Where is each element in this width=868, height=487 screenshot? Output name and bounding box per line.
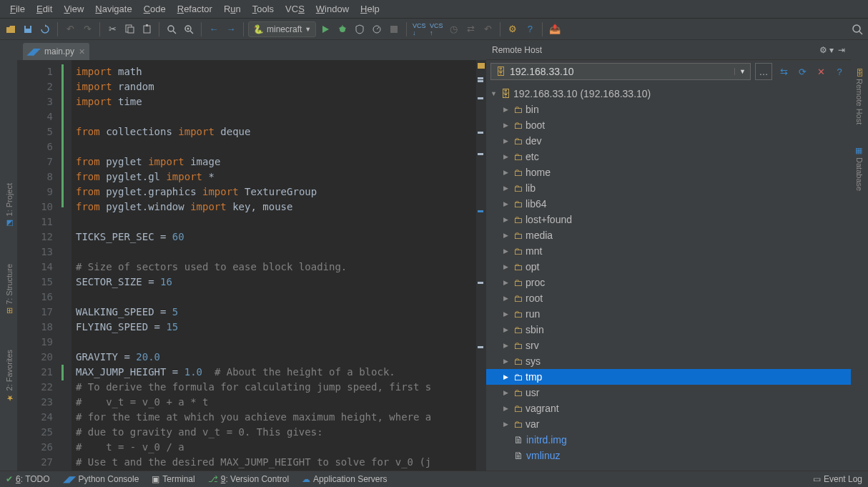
paste-icon[interactable] (139, 21, 154, 37)
tree-folder-opt[interactable]: ▶🗀opt (486, 259, 851, 275)
menu-run[interactable]: Run (218, 1, 247, 16)
app-servers-tool[interactable]: ☁ Application Servers (302, 474, 387, 484)
todo-tool[interactable]: ✔ 6: TODO (6, 474, 50, 484)
expander-icon[interactable]: ▶ (503, 358, 511, 365)
expander-icon[interactable]: ▶ (503, 342, 511, 349)
code-line[interactable] (76, 335, 486, 350)
debug-icon[interactable] (335, 21, 350, 37)
remote-help-icon[interactable]: ? (832, 64, 847, 79)
hide-icon[interactable]: ⇥ (838, 45, 845, 55)
python-console-tool[interactable]: ◢◤ Python Console (63, 474, 139, 484)
expander-icon[interactable]: ▶ (503, 122, 511, 129)
favorites-tool[interactable]: ★ 2: Favorites (4, 350, 14, 403)
tree-folder-etc[interactable]: ▶🗀etc (486, 149, 851, 164)
vcs-history-icon[interactable]: ◷ (445, 21, 461, 37)
disconnect-icon[interactable]: ✕ (814, 64, 828, 79)
expander-icon[interactable]: ▶ (503, 200, 511, 207)
code-line[interactable]: # v_t = v_0 + a * t (76, 395, 486, 410)
code-line[interactable]: GRAVITY = 20.0 (76, 350, 486, 365)
expander-icon[interactable]: ▶ (503, 153, 511, 160)
expander-icon[interactable]: ▶ (503, 295, 511, 302)
menu-help[interactable]: Help (355, 1, 385, 16)
code-line[interactable] (76, 109, 486, 124)
code-line[interactable]: # t = - v_0 / a (76, 440, 486, 455)
tree-folder-mnt[interactable]: ▶🗀mnt (486, 243, 851, 259)
help-icon[interactable]: ? (522, 21, 538, 37)
code-line[interactable]: from pyglet.gl import * (76, 169, 486, 185)
close-tab-icon[interactable]: ✕ (79, 47, 85, 56)
code-line[interactable] (76, 215, 486, 230)
code-line[interactable]: # Size of sectors used to ease block loa… (76, 260, 486, 275)
menu-navigate[interactable]: Navigate (89, 1, 137, 16)
tree-folder-bin[interactable]: ▶🗀bin (486, 102, 851, 117)
expander-icon[interactable]: ▶ (503, 106, 511, 113)
code-line[interactable] (76, 245, 486, 260)
search-everywhere-icon[interactable] (849, 21, 865, 37)
project-tool[interactable]: ◪ 1: Project (4, 183, 14, 228)
tree-folder-sys[interactable]: ▶🗀sys (486, 353, 851, 369)
menu-tools[interactable]: Tools (247, 1, 280, 16)
expander-icon[interactable]: ▶ (503, 247, 511, 255)
tree-folder-home[interactable]: ▶🗀home (486, 164, 851, 180)
tree-folder-srv[interactable]: ▶🗀srv (486, 338, 851, 353)
code-line[interactable]: # Use t and the desired MAX_JUMP_HEIGHT … (76, 455, 486, 470)
code-line[interactable]: WALKING_SPEED = 5 (76, 305, 486, 320)
remote-tree[interactable]: ▼🗄192.168.33.10 (192.168.33.10)▶🗀bin▶🗀bo… (486, 83, 851, 471)
code-line[interactable]: from pyglet import image (76, 154, 486, 169)
code-line[interactable]: FLYING_SPEED = 15 (76, 320, 486, 335)
expander-icon[interactable]: ▶ (503, 389, 511, 396)
expander-icon[interactable]: ▶ (503, 373, 511, 380)
code-line[interactable]: # for the time at which you achieve maxi… (76, 410, 486, 425)
vcs-diff-icon[interactable]: ⇄ (463, 21, 478, 37)
save-icon[interactable] (20, 21, 36, 37)
expander-icon[interactable]: ▶ (503, 263, 511, 270)
expander-icon[interactable]: ▶ (503, 232, 511, 239)
code-line[interactable]: import time (76, 94, 486, 109)
forward-icon[interactable]: → (223, 21, 239, 37)
menu-refactor[interactable]: Refactor (172, 1, 218, 16)
tree-folder-run[interactable]: ▶🗀run (486, 306, 851, 322)
code-line[interactable]: MAX_JUMP_HEIGHT = 1.0 # About the height… (76, 365, 486, 380)
copy-icon[interactable] (122, 21, 137, 37)
tree-folder-lib[interactable]: ▶🗀lib (486, 180, 851, 196)
code-line[interactable]: # due to gravity and v_t = 0. This gives… (76, 425, 486, 440)
menu-file[interactable]: File (4, 1, 31, 16)
expander-icon[interactable]: ▶ (503, 279, 511, 286)
code-area[interactable]: import mathimport randomimport time from… (71, 60, 486, 471)
expander-icon[interactable]: ▶ (503, 137, 511, 144)
code-line[interactable]: from pyglet.graphics import TextureGroup (76, 185, 486, 200)
code-line[interactable]: import math (76, 64, 486, 79)
editor-tab[interactable]: ◢◤ main.py ✕ (23, 43, 89, 60)
tree-folder-root[interactable]: ▶🗀root (486, 290, 851, 306)
tree-folder-vagrant[interactable]: ▶🗀vagrant (486, 400, 851, 416)
tree-folder-lib64[interactable]: ▶🗀lib64 (486, 196, 851, 212)
tree-file-vmlinuz[interactable]: 🗎vmlinuz (486, 448, 851, 463)
editor-body[interactable]: 1234567891011121314151617181920212223242… (17, 60, 486, 471)
code-line[interactable]: TICKS_PER_SEC = 60 (76, 230, 486, 245)
expander-icon[interactable]: ▶ (503, 169, 511, 176)
vcs-commit-icon[interactable]: VCS↑ (428, 21, 444, 37)
tree-folder-usr[interactable]: ▶🗀usr (486, 385, 851, 400)
expander-icon[interactable]: ▶ (503, 326, 511, 333)
remote-host-tool[interactable]: 🗄 Remote Host (855, 69, 864, 124)
dropdown-icon[interactable]: ▼ (734, 68, 746, 75)
expander-icon[interactable]: ▼ (490, 90, 498, 97)
filter-icon[interactable]: ⇆ (776, 64, 791, 79)
host-combo[interactable]: 🗄 192.168.33.10 ▼ (490, 63, 751, 80)
cut-icon[interactable]: ✂ (104, 21, 120, 37)
event-log-tool[interactable]: ▭ Event Log (813, 474, 862, 484)
expander-icon[interactable]: ▶ (503, 185, 511, 192)
code-line[interactable]: import random (76, 79, 486, 94)
run-icon[interactable] (317, 21, 333, 37)
code-line[interactable]: SECTOR_SIZE = 16 (76, 275, 486, 290)
tree-folder-sbin[interactable]: ▶🗀sbin (486, 322, 851, 338)
code-line[interactable] (76, 139, 486, 154)
expander-icon[interactable]: ▶ (503, 310, 511, 318)
code-line[interactable] (76, 290, 486, 305)
tree-folder-tmp[interactable]: ▶🗀tmp (486, 369, 851, 385)
vcs-revert-icon[interactable]: ↶ (480, 21, 495, 37)
menu-code[interactable]: Code (138, 1, 172, 16)
code-line[interactable]: from collections import deque (76, 124, 486, 139)
deploy-icon[interactable]: 📤 (547, 21, 563, 37)
stop-icon[interactable] (386, 21, 402, 37)
